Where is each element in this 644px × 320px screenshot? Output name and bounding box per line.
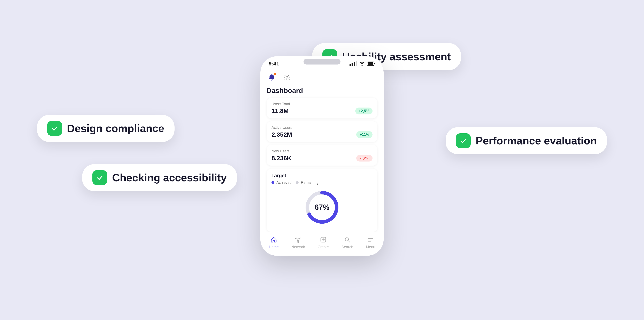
stat-label-users-total: Users Total — [272, 102, 372, 106]
home-icon — [270, 236, 278, 244]
status-icons — [350, 61, 376, 66]
svg-rect-3 — [356, 61, 357, 66]
status-time: 9:41 — [268, 60, 279, 67]
check-badge-accessibility — [92, 170, 107, 185]
stat-badge-active-users: +11% — [356, 131, 372, 138]
target-legend: Achieved Remaining — [272, 181, 372, 185]
dashboard-title: Dashboard — [266, 85, 378, 98]
design-compliance-label: Design compliance — [67, 122, 164, 135]
checking-accessibility-card: Checking accessibility — [82, 164, 237, 191]
check-badge-design — [47, 121, 62, 136]
scene: Design compliance Usability assessment P… — [0, 0, 644, 320]
nav-label-network: Network — [292, 245, 305, 249]
phone-content: Dashboard Users Total 11.8M +2,5% Active… — [260, 69, 384, 232]
create-icon — [319, 236, 327, 244]
legend-achieved: Achieved — [272, 181, 292, 185]
stat-label-new-users: New Users — [272, 149, 372, 153]
donut-label: 67% — [314, 203, 330, 212]
phone-frame: 9:41 — [260, 56, 384, 256]
check-badge-performance — [456, 133, 471, 148]
nav-item-menu[interactable]: Menu — [366, 236, 375, 249]
nav-label-create: Create — [318, 245, 329, 249]
stat-value-new-users: 8.236K — [272, 155, 292, 162]
stat-card-active-users: Active Users 2.352M +11% — [266, 121, 378, 142]
checking-accessibility-label: Checking accessibility — [112, 171, 227, 184]
battery-icon — [367, 61, 376, 66]
target-section: Target Achieved Remaining — [266, 169, 378, 232]
svg-point-4 — [362, 65, 363, 66]
performance-evaluation-label: Performance evaluation — [476, 135, 597, 147]
nav-label-search: Search — [342, 245, 353, 249]
phone-header-icons — [266, 69, 378, 85]
bottom-nav: Home Netwo — [260, 232, 384, 256]
notification-dot — [274, 73, 276, 75]
stat-label-active-users: Active Users — [272, 126, 372, 130]
nav-label-menu: Menu — [366, 245, 375, 249]
nav-label-home: Home — [269, 245, 279, 249]
stat-card-users-total: Users Total 11.8M +2,5% — [266, 98, 378, 119]
target-title: Target — [272, 173, 372, 178]
legend-remaining: Remaining — [296, 181, 318, 185]
wifi-icon — [359, 61, 365, 66]
svg-line-16 — [296, 239, 297, 239]
gear-icon[interactable] — [282, 72, 292, 82]
stat-card-new-users: New Users 8.236K -1,2% — [266, 145, 378, 166]
svg-line-23 — [348, 241, 350, 242]
network-icon — [294, 236, 302, 244]
menu-icon — [366, 236, 374, 244]
remaining-dot — [296, 181, 298, 184]
svg-point-8 — [271, 79, 272, 80]
svg-point-12 — [297, 239, 299, 241]
stat-badge-new-users: -1,2% — [356, 155, 372, 161]
design-compliance-card: Design compliance — [37, 115, 174, 142]
signal-icon — [350, 61, 357, 66]
svg-rect-2 — [354, 62, 355, 66]
phone-notch — [304, 59, 340, 65]
svg-point-9 — [286, 76, 288, 78]
svg-rect-6 — [368, 62, 373, 65]
svg-line-17 — [299, 239, 300, 239]
bell-icon[interactable] — [266, 72, 277, 82]
stat-badge-users-total: +2,5% — [355, 107, 372, 114]
stat-value-users-total: 11.8M — [272, 107, 288, 114]
search-icon — [343, 236, 351, 244]
stat-row-users-total: 11.8M +2,5% — [272, 107, 372, 114]
svg-point-15 — [298, 241, 299, 243]
nav-item-home[interactable]: Home — [269, 236, 279, 249]
achieved-dot — [272, 181, 274, 184]
svg-rect-7 — [374, 63, 376, 64]
nav-item-create[interactable]: Create — [318, 236, 329, 249]
donut-chart: 67% — [272, 187, 372, 228]
svg-rect-0 — [350, 64, 351, 66]
svg-rect-1 — [352, 63, 353, 66]
stat-row-new-users: 8.236K -1,2% — [272, 155, 372, 162]
nav-item-network[interactable]: Network — [292, 236, 305, 249]
phone-mockup: 9:41 — [260, 56, 384, 256]
nav-item-search[interactable]: Search — [342, 236, 353, 249]
performance-evaluation-card: Performance evaluation — [446, 127, 607, 154]
stat-row-active-users: 2.352M +11% — [272, 131, 372, 138]
stat-value-active-users: 2.352M — [272, 131, 292, 138]
